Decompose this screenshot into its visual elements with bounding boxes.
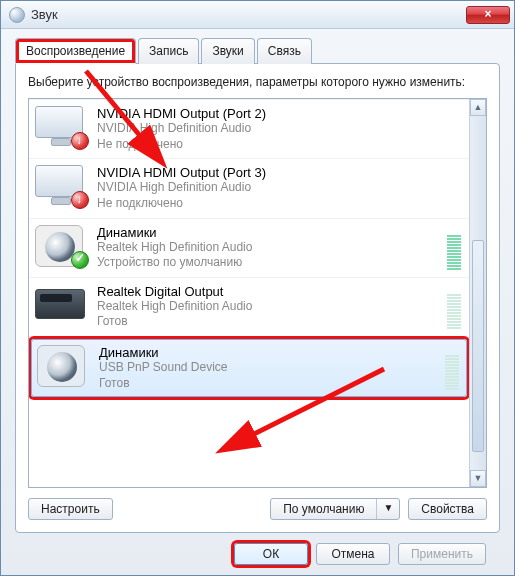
tab-label: Воспроизведение: [26, 44, 125, 58]
instruction-text: Выберите устройство воспроизведения, пар…: [28, 74, 487, 90]
tabstrip: Воспроизведение Запись Звуки Связь: [15, 38, 500, 64]
level-meter-icon: [447, 226, 461, 270]
panel-buttons: Настроить По умолчанию ▼ Свойства: [28, 498, 487, 520]
device-driver: Realtek High Definition Audio: [97, 299, 441, 315]
scroll-up-button[interactable]: ▲: [470, 99, 486, 116]
client-area: Воспроизведение Запись Звуки Связь Выбер…: [1, 29, 514, 575]
tab-label: Запись: [149, 44, 188, 58]
device-driver: USB PnP Sound Device: [99, 360, 439, 376]
device-row[interactable]: NVIDIA HDMI Output (Port 3) NVIDIA High …: [29, 159, 469, 218]
device-driver: NVIDIA High Definition Audio: [97, 180, 461, 196]
scroll-down-button[interactable]: ▼: [470, 470, 486, 487]
tab-label: Звуки: [212, 44, 243, 58]
apply-button[interactable]: Применить: [398, 543, 486, 565]
device-row[interactable]: NVIDIA HDMI Output (Port 2) NVIDIA High …: [29, 99, 469, 159]
device-name: NVIDIA HDMI Output (Port 2): [97, 106, 461, 121]
cancel-button[interactable]: Отмена: [316, 543, 390, 565]
scroll-thumb[interactable]: [472, 240, 484, 452]
device-status: Не подключено: [97, 137, 461, 153]
scrollbar[interactable]: ▲ ▼: [469, 99, 486, 487]
window-title: Звук: [31, 7, 466, 22]
device-list-inner: NVIDIA HDMI Output (Port 2) NVIDIA High …: [29, 99, 469, 487]
device-status: Не подключено: [97, 196, 461, 212]
tab-playback[interactable]: Воспроизведение: [15, 38, 136, 64]
default-badge-icon: [71, 251, 89, 269]
device-row-selected[interactable]: Динамики USB PnP Sound Device Готов: [31, 339, 467, 397]
monitor-icon: [35, 106, 87, 148]
sound-icon: [9, 7, 25, 23]
set-default-label: По умолчанию: [271, 499, 376, 519]
speaker-icon: [37, 345, 89, 387]
device-row[interactable]: Realtek Digital Output Realtek High Defi…: [29, 278, 469, 337]
device-status: Устройство по умолчанию: [97, 255, 441, 271]
dialog-buttons: ОК Отмена Применить: [15, 533, 500, 565]
device-name: Динамики: [97, 225, 441, 240]
sound-dialog: Звук × Воспроизведение Запись Звуки Связ…: [0, 0, 515, 576]
set-default-button[interactable]: По умолчанию ▼: [270, 498, 400, 520]
disconnected-badge-icon: [71, 132, 89, 150]
close-button[interactable]: ×: [466, 6, 510, 24]
tab-recording[interactable]: Запись: [138, 38, 199, 64]
level-meter-icon: [447, 285, 461, 329]
device-status: Готов: [97, 314, 441, 330]
device-name: Realtek Digital Output: [97, 284, 441, 299]
tab-label: Связь: [268, 44, 301, 58]
monitor-icon: [35, 165, 87, 207]
ok-button[interactable]: ОК: [234, 543, 308, 565]
device-row[interactable]: Динамики Realtek High Definition Audio У…: [29, 219, 469, 278]
device-name: NVIDIA HDMI Output (Port 3): [97, 165, 461, 180]
digital-output-icon: [35, 284, 87, 326]
speaker-icon: [35, 225, 87, 267]
scroll-track[interactable]: [470, 116, 486, 470]
device-name: Динамики: [99, 345, 439, 360]
device-status: Готов: [99, 376, 439, 392]
playback-panel: Выберите устройство воспроизведения, пар…: [15, 63, 500, 533]
titlebar[interactable]: Звук ×: [1, 1, 514, 29]
device-driver: Realtek High Definition Audio: [97, 240, 441, 256]
tab-communications[interactable]: Связь: [257, 38, 312, 64]
level-meter-icon: [445, 346, 459, 390]
device-driver: NVIDIA High Definition Audio: [97, 121, 461, 137]
tab-sounds[interactable]: Звуки: [201, 38, 254, 64]
configure-button[interactable]: Настроить: [28, 498, 113, 520]
properties-button[interactable]: Свойства: [408, 498, 487, 520]
chevron-down-icon[interactable]: ▼: [376, 499, 399, 519]
disconnected-badge-icon: [71, 191, 89, 209]
device-list: NVIDIA HDMI Output (Port 2) NVIDIA High …: [28, 98, 487, 488]
